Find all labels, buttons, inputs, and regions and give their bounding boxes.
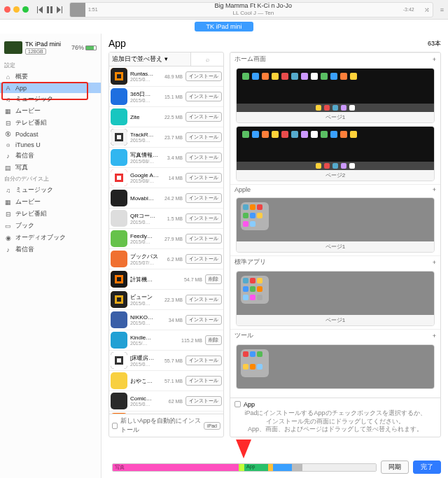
app-row[interactable]: 写真情報…2015/08/… 3.4 MB インストール (109, 148, 223, 168)
app-row[interactable]: ビューン2015/0… 22.3 MB インストール (109, 290, 223, 310)
app-action-button[interactable]: インストール (186, 173, 222, 183)
app-name: ビューン (130, 293, 159, 301)
sidebar-item-icon: ⌾ (4, 141, 12, 148)
app-size: 22.5 MB (162, 115, 183, 120)
device-thumb-icon (4, 41, 22, 54)
home-section-title: Apple (234, 186, 251, 193)
app-row[interactable]: Kindle…2015/… 115.2 MB 削除 (109, 330, 223, 351)
app-action-button[interactable]: インストール (186, 396, 222, 406)
sidebar-item[interactable]: ♪着信音 (0, 150, 101, 162)
sidebar-item[interactable]: ⌂概要 (0, 71, 101, 83)
sidebar-device[interactable]: TK iPad mini 128GB 76% (0, 38, 101, 60)
maximize-icon[interactable] (22, 6, 29, 13)
app-action-button[interactable]: インストール (186, 295, 222, 304)
app-row[interactable]: ブックパス2015/07/… 6.2 MB インストール (109, 249, 223, 269)
app-size: 48.9 MB (162, 74, 183, 79)
sidebar-item[interactable]: ▦ムービー (0, 196, 101, 208)
home-page-preview[interactable]: ページ1 (236, 68, 435, 123)
sidebar-item[interactable]: ⊟テレビ番組 (0, 117, 101, 129)
app-action-button[interactable]: インストール (186, 112, 222, 122)
home-page-preview[interactable]: ページ1 (236, 271, 435, 326)
app-row[interactable]: TrackR…2015/0… 23.7 MB インストール (109, 127, 223, 148)
app-name: [床暖房… (130, 354, 159, 362)
app-action-button[interactable]: 削除 (205, 274, 222, 284)
app-row[interactable]: Zite 22.5 MB インストール (109, 107, 223, 127)
home-page-preview[interactable]: ページ2 (236, 126, 435, 181)
app-row[interactable]: NIKKO…2015/0… 34 MB インストール (109, 310, 223, 330)
minimize-icon[interactable] (13, 6, 20, 13)
sidebar-item[interactable]: ◉オーディオブック (0, 232, 101, 244)
home-page-preview[interactable]: ページ1 (236, 197, 435, 253)
app-action-button[interactable]: インストール (186, 376, 222, 386)
app-action-button[interactable]: インストール (186, 71, 222, 81)
app-list: 追加日で並べ替え ▾ ⌕ Runtas…2015/0… 48.9 MB インスト… (108, 52, 224, 437)
app-row[interactable]: Movabl… 24.2 MB インストール (109, 188, 223, 209)
app-row[interactable]: Google A…2015/08/… 14 MB インストール (109, 168, 223, 188)
chevron-down-icon: ▾ (164, 55, 168, 62)
sidebar-item[interactable]: ♪着信音 (0, 244, 101, 255)
add-page-icon[interactable]: + (433, 332, 436, 339)
app-action-button[interactable]: インストール (186, 254, 222, 264)
sidebar-item[interactable]: ♫ミュージック (0, 184, 101, 196)
app-row[interactable]: Runtas…2015/0… 48.9 MB インストール (109, 66, 223, 87)
time-elapsed: 1:51 (88, 7, 98, 12)
add-page-icon[interactable]: + (433, 259, 436, 266)
app-action-button[interactable]: インストール (186, 213, 222, 223)
sidebar-item[interactable]: ⊟テレビ番組 (0, 208, 101, 220)
sidebar-item-label: 概要 (15, 72, 28, 81)
app-icon (111, 190, 127, 206)
home-page-preview[interactable] (236, 344, 435, 389)
app-size: 24.2 MB (162, 196, 183, 201)
app-action-button[interactable]: インストール (186, 193, 222, 203)
sidebar-item-icon: ▦ (4, 198, 12, 206)
close-icon[interactable] (4, 6, 10, 13)
sidebar-item-label: 写真 (15, 163, 28, 172)
app-row[interactable]: QRコー…2015/0… 1.5 MB インストール (109, 209, 223, 229)
auto-install-checkbox[interactable] (112, 423, 118, 429)
app-row[interactable]: [床暖房…2015/0… 55.7 MB インストール (109, 351, 223, 371)
prev-icon[interactable] (37, 6, 43, 13)
app-name: NIKKO… (130, 314, 159, 321)
app-action-button[interactable]: インストール (186, 356, 222, 365)
app-action-button[interactable]: インストール (186, 132, 222, 142)
app-row[interactable]: おやこ… 57.1 MB インストール (109, 371, 223, 391)
done-button[interactable]: 完了 (413, 461, 441, 474)
app-action-button[interactable]: 削除 (205, 335, 222, 345)
app-action-button[interactable]: インストール (186, 92, 222, 101)
sidebar-item[interactable]: ♫ミュージック (0, 93, 101, 105)
sidebar-item[interactable]: ⦿Podcast (0, 129, 101, 139)
app-action-button[interactable]: インストール (186, 153, 222, 162)
app-row[interactable]: Comic…2015/0… 62 MB インストール (109, 391, 223, 412)
app-action-button[interactable]: インストール (186, 315, 222, 325)
sort-dropdown[interactable]: 追加日で並べ替え ▾ (109, 52, 191, 66)
sidebar-item[interactable]: AApp (0, 83, 101, 93)
sidebar-item[interactable]: ⌾iTunes U (0, 139, 101, 150)
next-icon[interactable] (57, 6, 62, 13)
sidebar-section-settings: 設定 (0, 60, 101, 71)
footer-desc-2: インストール先の画面にドラッグしてください。 (234, 418, 436, 426)
shuffle-icon[interactable]: ⤮ (424, 6, 430, 13)
home-section-title: ツール (234, 331, 253, 340)
device-chip[interactable]: TK iPad mini (195, 22, 253, 31)
app-name: Feedly… (130, 233, 159, 239)
add-page-icon[interactable]: + (433, 56, 436, 63)
sidebar-item-label: ムービー (15, 106, 41, 115)
app-icon (111, 372, 127, 389)
sidebar-item-icon: ▦ (4, 107, 12, 115)
add-page-icon[interactable]: + (433, 186, 436, 193)
app-name: Movabl… (130, 195, 159, 202)
pause-icon[interactable] (47, 6, 52, 13)
app-row[interactable]: 計算機… 54.7 MB 削除 (109, 269, 223, 290)
list-icon[interactable]: ≡ (440, 6, 444, 13)
sidebar-item[interactable]: ▤写真 (0, 162, 101, 174)
app-action-button[interactable]: インストール (186, 234, 222, 244)
app-sync-checkbox[interactable]: App (234, 401, 255, 408)
sidebar-item[interactable]: ▦ムービー (0, 105, 101, 117)
app-row[interactable]: 365日…2015/0… 15.1 MB インストール (109, 87, 223, 107)
app-row[interactable]: Feedly…2015/0… 27.9 MB インストール (109, 229, 223, 249)
sidebar-item[interactable]: ▭ブック (0, 220, 101, 232)
auto-install-target[interactable]: iPad (204, 422, 220, 430)
sync-button[interactable]: 同期 (381, 461, 409, 474)
search-icon[interactable]: ⌕ (191, 52, 223, 66)
sidebar-item-label: 着信音 (15, 245, 34, 254)
